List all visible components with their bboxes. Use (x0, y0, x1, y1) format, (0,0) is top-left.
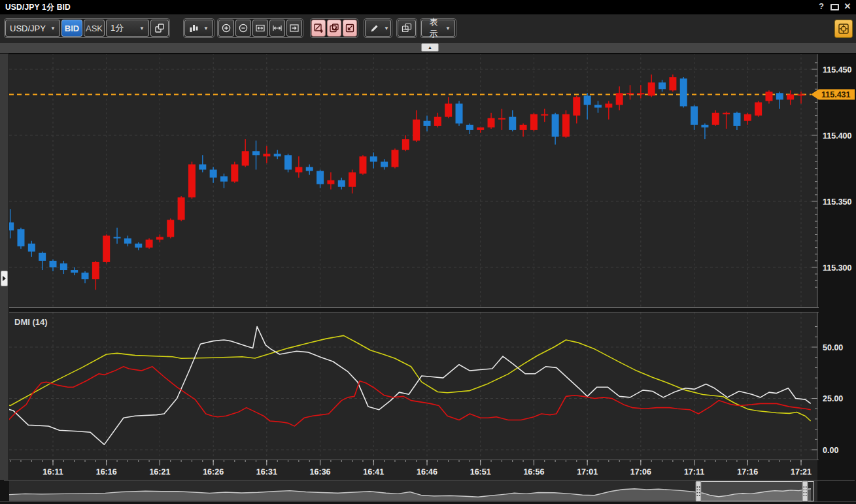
candle-16:23 (178, 197, 185, 220)
chart-type-select[interactable]: ▼ (184, 20, 213, 37)
zoom-in-button[interactable] (218, 20, 234, 37)
svg-text:16:21: 16:21 (149, 467, 170, 477)
candle-16:47 (434, 117, 441, 126)
candle-16:35 (306, 167, 313, 171)
chevron-down-icon: ▼ (50, 25, 56, 31)
candle-16:13 (71, 270, 78, 273)
candle-17:00 (573, 97, 580, 115)
bid-button[interactable]: BID (61, 20, 82, 37)
svg-text:16:56: 16:56 (523, 467, 544, 477)
candle-16:33 (284, 155, 292, 169)
candle-17:20 (787, 94, 794, 99)
candle-16:36 (317, 171, 324, 184)
candle-16:48 (445, 104, 452, 117)
svg-text:16:11: 16:11 (43, 467, 63, 477)
candle-16:58 (552, 114, 559, 137)
symbol-value: USD/JPY (10, 24, 46, 33)
crosshair-icon (838, 23, 849, 35)
svg-text:17:01: 17:01 (577, 467, 598, 477)
add-trendline-button[interactable] (311, 20, 326, 37)
candle-17:14 (723, 113, 730, 114)
help-button[interactable]: ? (815, 1, 827, 11)
symbol-select[interactable]: USD/JPY ▼ (5, 20, 60, 37)
maximize-icon (830, 4, 839, 10)
candle-16:34 (295, 167, 302, 172)
candle-16:32 (274, 154, 281, 156)
candle-17:10 (680, 78, 687, 106)
collapse-panel-button[interactable]: ▲ (421, 43, 439, 52)
candle-17:07 (648, 82, 655, 95)
interval-select[interactable]: 1分 ▼ (106, 20, 149, 37)
candlestick-type-icon (189, 24, 199, 33)
ask-button[interactable]: ASK (84, 20, 105, 37)
maximize-button[interactable] (829, 1, 840, 12)
select-drawings-icon (329, 23, 339, 33)
candle-17:05 (626, 93, 634, 94)
candle-17:12 (701, 125, 708, 127)
candle-16:17 (114, 237, 121, 239)
candle-16:56 (530, 114, 538, 130)
candle-16:50 (466, 125, 473, 130)
svg-text:17:16: 17:16 (737, 467, 758, 477)
link-chart-button[interactable] (150, 20, 169, 37)
indicator-label: DMI (14) (14, 317, 48, 327)
expand-left-panel-button[interactable] (1, 271, 8, 286)
chevron-down-icon: ▼ (384, 25, 389, 31)
compare-group (396, 18, 417, 38)
zoom-group (217, 18, 303, 38)
candle-16:20 (146, 240, 153, 248)
candle-16:29 (242, 151, 249, 165)
candle-16:49 (456, 104, 463, 124)
crosshair-button[interactable] (834, 20, 853, 38)
candle-17:13 (712, 113, 719, 125)
candle-16:22 (167, 220, 174, 237)
scroll-to-latest-button[interactable] (286, 20, 302, 37)
top-splitter[interactable]: ▲ (0, 42, 856, 54)
overview-handle-right[interactable] (802, 481, 808, 501)
arrow-right-box-icon (289, 23, 300, 33)
window-title: USD/JPY 1分 BID (5, 2, 71, 13)
zoom-in-icon (221, 23, 231, 33)
left-gutter (0, 54, 9, 480)
select-drawings-button[interactable] (327, 20, 341, 37)
candle-16:57 (541, 114, 548, 116)
svg-text:115.350: 115.350 (823, 197, 852, 207)
move-drawing-button[interactable] (343, 20, 357, 37)
draw-menu-button[interactable]: ▼ (365, 20, 391, 37)
horizontal-arrows-icon (272, 23, 282, 33)
fit-chart-button[interactable] (252, 20, 268, 37)
candle-16:15 (92, 262, 99, 279)
candle-16:45 (413, 120, 420, 141)
candle-16:18 (124, 239, 131, 244)
candle-16:38 (338, 180, 345, 187)
overview-selection[interactable] (698, 482, 813, 501)
svg-text:16:26: 16:26 (203, 467, 224, 477)
display-menu-button[interactable]: 表示 ▼ (421, 20, 455, 37)
zoom-out-button[interactable] (235, 20, 251, 37)
compare-charts-button[interactable] (398, 20, 416, 37)
svg-text:115.431: 115.431 (821, 90, 851, 99)
chart-canvas[interactable]: 115.450115.400115.350115.300115.43150.00… (0, 0, 856, 504)
overview-handle-left[interactable] (696, 481, 701, 501)
candle-17:16 (744, 114, 751, 121)
candle-16:14 (82, 273, 89, 279)
candle-16:26 (210, 170, 217, 178)
chart-type-group: ▼ (183, 18, 214, 38)
fit-both-icon (255, 23, 265, 33)
candle-16:51 (477, 127, 484, 130)
current-price-tag: 115.431 (811, 89, 855, 99)
candle-16:31 (263, 154, 270, 156)
candle-16:28 (231, 164, 238, 181)
candle-16:25 (199, 164, 206, 169)
candle-16:43 (391, 150, 398, 167)
svg-text:DMI (14): DMI (14) (14, 317, 48, 327)
toolbar: USD/JPY ▼ BID ASK 1分 ▼ ▼ ▼ (0, 14, 856, 42)
display-group: 表示 ▼ (420, 18, 456, 38)
svg-text:115.300: 115.300 (823, 263, 852, 273)
candle-17:04 (616, 93, 623, 105)
candle-16:10 (39, 253, 46, 261)
close-button[interactable]: ✕ (842, 1, 853, 11)
candle-16:52 (488, 118, 495, 127)
svg-text:16:41: 16:41 (363, 467, 384, 477)
fit-horizontal-button[interactable] (269, 20, 285, 37)
